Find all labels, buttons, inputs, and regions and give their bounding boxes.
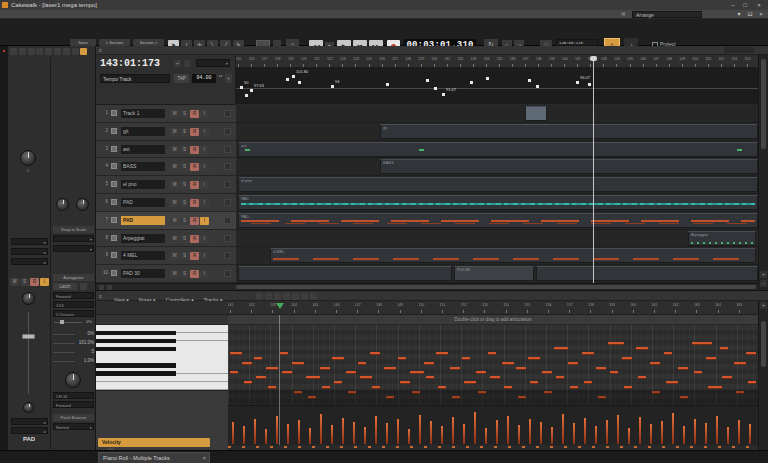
track-s-button[interactable]: S: [180, 146, 189, 154]
velocity-lane[interactable]: [228, 405, 758, 445]
midi-note[interactable]: [268, 386, 276, 389]
midi-note[interactable]: [542, 371, 552, 374]
clip[interactable]: [238, 266, 452, 281]
midi-note[interactable]: [360, 376, 372, 379]
track-automation-button[interactable]: [224, 128, 231, 135]
midi-param-slider[interactable]: [53, 343, 75, 344]
track-r-button[interactable]: R: [190, 181, 199, 189]
midi-note[interactable]: [694, 371, 702, 374]
velocity-bar[interactable]: [716, 416, 718, 444]
midi-note[interactable]: [528, 357, 540, 360]
midi-note[interactable]: [530, 381, 538, 384]
track-i-button[interactable]: I: [200, 146, 209, 154]
tempo-node[interactable]: [426, 79, 429, 82]
tempo-node[interactable]: [442, 93, 445, 96]
track-s-button[interactable]: S: [180, 270, 189, 278]
track-s-button[interactable]: S: [180, 235, 189, 243]
midi-param-slider[interactable]: [53, 334, 75, 335]
articulation-lane[interactable]: Double-click or drag to add articulation: [228, 315, 758, 325]
tempo-value-field[interactable]: 94.00: [192, 74, 216, 83]
track-name[interactable]: PAD: [121, 216, 165, 225]
velocity-bar[interactable]: [298, 420, 300, 444]
track-header[interactable]: 4BASSMSRI: [96, 158, 236, 176]
velocity-bar[interactable]: [551, 427, 553, 444]
track-name[interactable]: 4 MEL: [121, 251, 165, 260]
tempo-node[interactable]: [528, 79, 531, 82]
prv-ruler[interactable]: 1411421431441451461471481491501511521531…: [228, 301, 758, 315]
velocity-bar[interactable]: [419, 415, 421, 444]
track-name[interactable]: BASS: [121, 162, 165, 171]
track-s-button[interactable]: S: [180, 252, 189, 260]
inspector-r-button[interactable]: R: [30, 278, 39, 286]
mdi-minimize-icon[interactable]: ▾: [734, 10, 744, 19]
midi-note[interactable]: [488, 352, 496, 355]
track-name[interactable]: Track 1: [121, 109, 165, 118]
velocity-bar[interactable]: [496, 420, 498, 444]
midi-note[interactable]: [570, 386, 578, 389]
velocity-bar[interactable]: [705, 423, 707, 444]
velocity-bar[interactable]: [672, 413, 674, 444]
clip[interactable]: ast: [238, 142, 758, 157]
track-i-button[interactable]: I: [200, 110, 209, 118]
velocity-bar[interactable]: [353, 422, 355, 444]
velocity-bar[interactable]: [474, 412, 476, 444]
clip-lane[interactable]: PULSE: [236, 265, 758, 283]
track-r-button[interactable]: R: [190, 128, 199, 136]
velocity-bar[interactable]: [628, 428, 630, 444]
black-key[interactable]: [96, 363, 176, 367]
inspector-module-5-icon[interactable]: [54, 48, 61, 55]
bank-dropdown[interactable]: Forward: [53, 401, 94, 408]
midi-note[interactable]: [334, 381, 342, 384]
track-i-button[interactable]: I: [200, 199, 209, 207]
tempo-node[interactable]: [250, 89, 253, 92]
midi-note[interactable]: [636, 347, 648, 350]
track-automation-button[interactable]: [224, 270, 231, 277]
maximize-button[interactable]: □: [740, 1, 750, 10]
track-s-button[interactable]: S: [180, 128, 189, 136]
now-time-marker-icon[interactable]: [590, 56, 597, 61]
prv-tool-5-icon[interactable]: [301, 293, 308, 300]
track-s-button[interactable]: S: [180, 199, 189, 207]
inspector-m-button[interactable]: M: [10, 278, 19, 286]
velocity-bar[interactable]: [243, 426, 245, 444]
track-i-button[interactable]: I: [200, 181, 209, 189]
velocity-bar[interactable]: [738, 420, 740, 444]
midi-note[interactable]: [230, 371, 238, 374]
track-header[interactable]: 1Track 1MSRI: [96, 105, 236, 123]
track-m-button[interactable]: M: [170, 235, 179, 243]
midi-param-slider[interactable]: [53, 361, 75, 362]
velocity-bar[interactable]: [694, 419, 696, 444]
tb-button-section-[interactable]: Section >: [133, 39, 164, 46]
prv-vscroll-thumb[interactable]: [761, 321, 766, 367]
volume-knob[interactable]: [22, 292, 35, 305]
midi-note[interactable]: [584, 381, 592, 384]
track-name[interactable]: Arpeggiat: [121, 234, 165, 243]
midi-note[interactable]: [372, 386, 380, 389]
track-automation-button[interactable]: [224, 199, 231, 206]
prv-tool-0-icon[interactable]: [256, 293, 263, 300]
black-key[interactable]: [96, 371, 176, 375]
arp-rate-dropdown[interactable]: 1/16: [53, 301, 94, 308]
prv-menu-icon[interactable]: ≡: [99, 293, 102, 299]
midi-note[interactable]: [650, 362, 660, 365]
tempo-add-button[interactable]: +: [225, 74, 232, 83]
velocity-bar[interactable]: [276, 416, 278, 444]
track-header[interactable]: 5el pnoMSRI: [96, 176, 236, 194]
track-r-button[interactable]: R: [190, 110, 199, 118]
velocity-bar[interactable]: [650, 424, 652, 444]
tempo-node[interactable]: [292, 75, 295, 78]
midi-note[interactable]: [462, 357, 470, 360]
inspector-module-1-icon[interactable]: [19, 48, 26, 55]
track-m-button[interactable]: M: [170, 270, 179, 278]
track-m-button[interactable]: M: [170, 110, 179, 118]
velocity-bar[interactable]: [507, 416, 509, 444]
velocity-bar[interactable]: [364, 427, 366, 444]
velocity-bar[interactable]: [683, 426, 685, 444]
tempo-spinner[interactable]: ▴▾: [218, 74, 223, 83]
velocity-bar[interactable]: [397, 419, 399, 444]
clip-lane[interactable]: BASS: [236, 158, 758, 176]
inspector-module-6-icon[interactable]: [63, 48, 70, 55]
minimize-button[interactable]: –: [728, 1, 738, 10]
velocity-bar[interactable]: [309, 428, 311, 444]
track-s-button[interactable]: S: [180, 217, 189, 225]
